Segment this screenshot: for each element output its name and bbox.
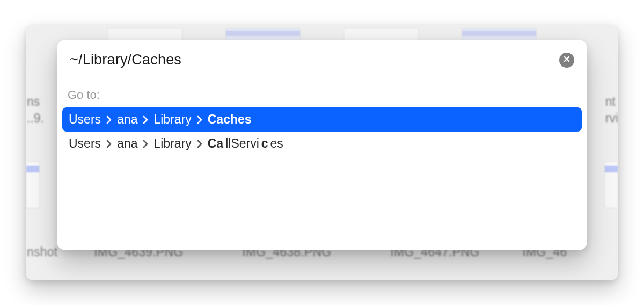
chevron-right-icon — [197, 140, 202, 148]
results-section: Go to: Users ana Library Caches Users an… — [57, 78, 587, 161]
bg-thumbnail — [604, 161, 618, 208]
chevron-right-icon — [106, 140, 112, 148]
path-segment: Library — [153, 136, 191, 151]
path-segment: Users — [69, 112, 101, 127]
go-to-folder-dialog: ~/Library/Caches Go to: Users ana Librar… — [57, 40, 587, 250]
chevron-right-icon — [143, 115, 148, 124]
bg-thumbnail — [26, 161, 40, 208]
path-segment: Library — [153, 112, 191, 127]
path-segment-matched: Caches — [208, 112, 252, 127]
chevron-right-icon — [197, 115, 202, 124]
close-icon — [563, 55, 570, 65]
chevron-right-icon — [106, 115, 112, 124]
chevron-right-icon — [143, 140, 148, 148]
path-input[interactable]: ~/Library/Caches — [70, 52, 559, 68]
path-segment: ana — [117, 112, 137, 127]
bg-text-fragment: ns ..9. — [27, 95, 44, 126]
close-button[interactable] — [559, 53, 574, 68]
section-label: Go to: — [62, 88, 582, 102]
result-item[interactable]: Users ana Library CallServices — [62, 132, 582, 156]
path-segment: Users — [69, 136, 101, 151]
file-label: nshot — [27, 245, 57, 259]
path-segment-partial: CallServices — [208, 136, 283, 151]
bg-text-fragment: nt rvi — [605, 95, 618, 126]
result-item-selected[interactable]: Users ana Library Caches — [62, 107, 582, 132]
finder-window: ns ..9. nt rvi nshot IMG_4639.PNG IMG_46… — [26, 25, 618, 280]
dialog-header: ~/Library/Caches — [57, 40, 587, 78]
path-segment: ana — [117, 136, 137, 151]
